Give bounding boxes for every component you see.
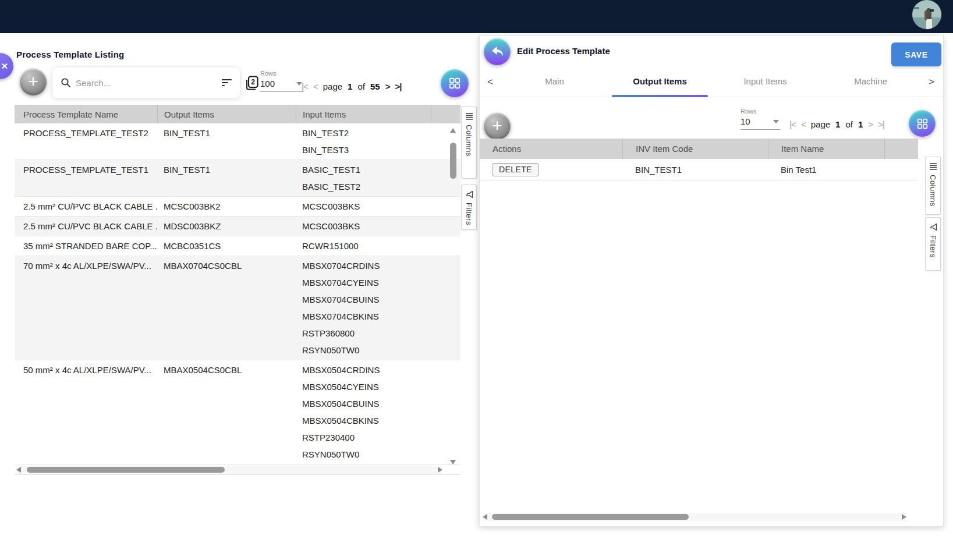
tabs-scroll-right-icon[interactable]: >	[924, 75, 938, 90]
last-page-icon[interactable]: >|	[878, 119, 884, 129]
input-item-value: MBSX0704CYEINS	[302, 274, 431, 291]
add-process-template-button[interactable]: +	[20, 69, 47, 95]
process-template-name-cell: PROCESS_TEMPLATE_TEST2	[15, 123, 157, 160]
svg-text:2: 2	[251, 78, 255, 86]
back-button[interactable]	[484, 38, 511, 65]
input-items-cell: MCSC003BKS	[296, 217, 431, 236]
right-columns-side-tab[interactable]: Columns	[925, 157, 941, 215]
plus-icon: +	[492, 118, 502, 134]
pages-count-icon[interactable]: 2	[243, 75, 261, 92]
col-header-output-items[interactable]: Output Items	[157, 105, 296, 123]
right-table-body: DELETEBIN_TEST1Bin Test1	[480, 159, 918, 180]
rp-rows-per-page-select[interactable]: Rows 10	[741, 108, 780, 130]
next-page-icon[interactable]: >	[868, 119, 873, 129]
tabs-scroll-left-icon[interactable]: <	[483, 75, 497, 90]
columns-icon	[465, 112, 473, 120]
filter-list-icon[interactable]	[222, 79, 232, 86]
col-header-input-items[interactable]: Input Items	[296, 105, 431, 123]
top-navbar	[0, 0, 953, 33]
rp-grid-view-button[interactable]	[909, 110, 936, 137]
scroll-up-icon[interactable]	[450, 128, 456, 133]
left-columns-side-tab[interactable]: Columns	[461, 107, 477, 179]
col-header-process-template-name[interactable]: Process Template Name	[15, 105, 157, 123]
input-item-value: MBSX0704CBKINS	[302, 308, 431, 325]
filters-tab-label: Filters	[929, 235, 937, 258]
left-table-header: Process Template Name Output Items Input…	[15, 105, 460, 123]
rows-value: 100	[260, 79, 275, 88]
input-item-value: BASIC_TEST2	[302, 178, 431, 195]
tab-machine[interactable]: Machine	[818, 68, 923, 97]
right-filters-side-tab[interactable]: Filters	[925, 217, 941, 271]
table-row[interactable]: 35 mm² STRANDED BARE COP...MCBC0351CSRCW…	[15, 236, 460, 256]
table-row[interactable]: PROCESS_TEMPLATE_TEST2BIN_TEST1BIN_TEST2…	[15, 123, 460, 160]
first-page-icon[interactable]: |<	[789, 119, 796, 129]
table-row[interactable]: DELETEBIN_TEST1Bin Test1	[480, 159, 918, 180]
delete-button[interactable]: DELETE	[493, 163, 539, 176]
tab-output-items[interactable]: Output Items	[607, 68, 713, 97]
inv-item-code-cell: BIN_TEST1	[622, 160, 768, 179]
col-header-actions[interactable]: Actions	[480, 139, 622, 159]
output-items-table: Actions INV Item Code Item Name DELETEBI…	[480, 139, 918, 180]
filter-icon	[929, 223, 937, 231]
close-panel-button[interactable]: ✕	[0, 53, 13, 79]
vertical-scroll-thumb[interactable]	[450, 143, 456, 179]
chevron-down-icon	[773, 120, 779, 123]
process-template-name-cell: 35 mm² STRANDED BARE COP...	[15, 236, 157, 256]
scroll-left-icon[interactable]	[483, 514, 487, 520]
input-item-value: BASIC_TEST1	[302, 161, 431, 178]
rows-label: Rows	[741, 108, 780, 115]
add-output-item-button[interactable]: +	[484, 113, 511, 140]
prev-page-icon[interactable]: <	[801, 119, 806, 129]
output-items-cell: MCBC0351CS	[157, 236, 296, 256]
filter-icon	[465, 190, 473, 199]
col-header-item-name[interactable]: Item Name	[768, 139, 884, 159]
tab-input-items[interactable]: Input Items	[713, 68, 818, 97]
scroll-right-icon[interactable]	[902, 514, 906, 520]
first-page-icon[interactable]: |<	[302, 81, 308, 91]
search-box	[52, 68, 240, 98]
table-row[interactable]: 50 mm² x 4c AL/XLPE/SWA/PV...MBAX0504CS0…	[15, 360, 460, 465]
left-filters-side-tab[interactable]: Filters	[461, 185, 477, 230]
next-page-icon[interactable]: >	[385, 81, 390, 91]
left-table-body: PROCESS_TEMPLATE_TEST2BIN_TEST1BIN_TEST2…	[15, 123, 460, 465]
table-row[interactable]: 2.5 mm² CU/PVC BLACK CABLE ...MDSC003BKZ…	[15, 217, 460, 236]
columns-icon	[929, 162, 937, 171]
app-root: ✕ Process Template Listing + 2 Rows 100 …	[0, 0, 953, 560]
page-label: page	[811, 119, 830, 129]
right-pagination: |< < page 1 of 1 > >|	[789, 115, 884, 133]
table-row[interactable]: 2.5 mm² CU/PVC BLACK CABLE ...MCSC003BK2…	[15, 197, 460, 217]
left-table-vertical-scrollbar[interactable]	[449, 128, 457, 465]
col-header-inv-item-code[interactable]: INV Item Code	[622, 139, 768, 159]
process-template-name-cell: 70 mm² x 4c AL/XLPE/SWA/PV...	[15, 256, 157, 360]
item-name-cell: Bin Test1	[768, 160, 884, 179]
scroll-left-icon[interactable]	[16, 467, 21, 473]
tab-main[interactable]: Main	[502, 68, 607, 97]
user-avatar[interactable]	[912, 0, 942, 30]
search-input[interactable]	[76, 78, 222, 88]
col-header-spacer	[884, 139, 918, 159]
horizontal-scroll-thumb[interactable]	[492, 514, 689, 520]
left-table-horizontal-scrollbar[interactable]	[16, 466, 442, 474]
scroll-down-icon[interactable]	[450, 460, 456, 465]
input-item-value: BIN_TEST3	[302, 141, 431, 158]
table-row[interactable]: PROCESS_TEMPLATE_TEST1BIN_TEST1BASIC_TES…	[15, 160, 460, 197]
prev-page-icon[interactable]: <	[313, 81, 318, 91]
process-template-name-cell: 2.5 mm² CU/PVC BLACK CABLE ...	[15, 197, 157, 216]
save-button[interactable]: SAVE	[891, 42, 941, 66]
table-row[interactable]: 70 mm² x 4c AL/XLPE/SWA/PV...MBAX0704CS0…	[15, 256, 460, 360]
scroll-right-icon[interactable]	[438, 467, 442, 473]
last-page-icon[interactable]: >|	[395, 81, 401, 91]
horizontal-scroll-thumb[interactable]	[27, 467, 225, 473]
input-item-value: MBSX0504CRDINS	[302, 361, 431, 378]
output-items-cell: MDSC003BKZ	[157, 217, 296, 236]
panel-title: Edit Process Template	[517, 46, 610, 56]
total-pages: 55	[370, 81, 380, 91]
rows-per-page-select[interactable]: Rows 100	[260, 70, 303, 92]
search-icon	[61, 77, 71, 88]
right-table-horizontal-scrollbar[interactable]	[483, 513, 906, 521]
tabs-bar: < MainOutput ItemsInput ItemsMachine >	[480, 68, 944, 97]
input-item-value: RSYN050TW0	[302, 446, 431, 463]
grid-view-button[interactable]	[441, 69, 469, 97]
input-item-value: MBSX0704CRDINS	[302, 257, 431, 274]
of-label: of	[845, 119, 853, 129]
